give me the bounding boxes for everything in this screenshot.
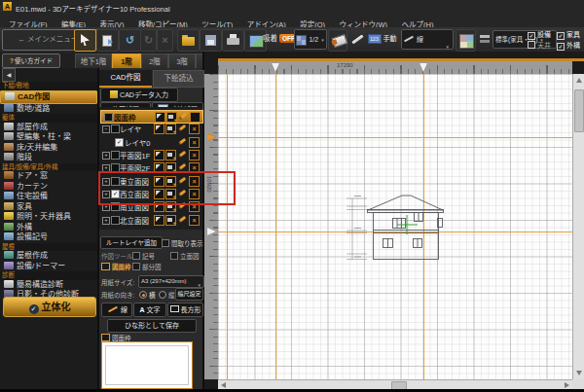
- tree-expander-icon[interactable]: −: [102, 125, 110, 133]
- undo-button[interactable]: ↺: [119, 29, 141, 52]
- layer-delete-icon[interactable]: [190, 112, 201, 123]
- tree-expander-icon[interactable]: +: [102, 152, 110, 160]
- layer-checkbox[interactable]: [111, 125, 120, 133]
- layer-select-icon[interactable]: [154, 215, 164, 226]
- layer-row-frame[interactable]: 図面枠 +: [100, 110, 203, 124]
- layer-select-icon[interactable]: [154, 150, 164, 160]
- panel-tab-underlay-import[interactable]: 下絵読込: [153, 70, 204, 88]
- scroll-down-icon[interactable]: [576, 371, 582, 375]
- layer-delete-icon[interactable]: ×: [189, 137, 200, 148]
- sidebar-item-equipment-symbol[interactable]: 設備記号: [0, 232, 97, 243]
- sidebar-item-exterior[interactable]: 外構: [0, 223, 97, 233]
- layer-copy-icon[interactable]: +: [166, 112, 177, 123]
- ruler-guide-marker[interactable]: [207, 133, 216, 141]
- vertical-ruler[interactable]: 10920: [204, 74, 219, 379]
- layer-checkbox[interactable]: ✓: [115, 138, 124, 147]
- draw-tool-option-elevation[interactable]: 立面図: [170, 251, 200, 261]
- ruler-guide-marker[interactable]: [272, 63, 279, 72]
- sidebar-item-housing-equipment[interactable]: 住宅設備: [0, 192, 97, 202]
- solidify-3d-button[interactable]: ✓立体化: [3, 297, 96, 317]
- eraser-button[interactable]: [328, 29, 347, 52]
- layer-edit-icon[interactable]: [177, 215, 186, 224]
- snap-toggle[interactable]: 吸着OFF: [263, 32, 298, 43]
- layer-row-layer0[interactable]: ✓ レイヤ0 ×: [100, 136, 201, 148]
- layer-edit-icon[interactable]: [177, 124, 186, 132]
- layer-row-plan-1f[interactable]: + 平面図1F + ×: [100, 149, 201, 160]
- floor-tab-3f[interactable]: 3階: [168, 53, 196, 69]
- view-checkbox-ceiling[interactable]: 天井: [528, 40, 551, 50]
- draw-tool-option-partial[interactable]: 部分図: [132, 262, 162, 271]
- view-checkbox-equipment[interactable]: ✓設備: [528, 29, 551, 40]
- line-style-dropdown[interactable]: 線▼: [401, 29, 454, 50]
- sidebar-collapse-button[interactable]: ◀: [2, 68, 16, 82]
- sidebar-item-furniture[interactable]: 家具: [0, 202, 97, 213]
- sidebar-item-door-window[interactable]: ドア・窓: [0, 171, 97, 182]
- layer-copy-icon[interactable]: +: [165, 150, 176, 160]
- sidebar-item-dormer[interactable]: 設備/ドーマー: [0, 262, 97, 272]
- redo-button[interactable]: ↻: [140, 29, 157, 52]
- cad-data-input-button[interactable]: CADデータ入力: [100, 88, 178, 102]
- layer-select-icon[interactable]: [155, 112, 165, 123]
- scroll-up-icon[interactable]: [576, 78, 582, 83]
- add-root-layer-button[interactable]: ルートレイヤ追加: [100, 236, 163, 249]
- scale-settings-button[interactable]: 縮尺設定: [175, 288, 203, 301]
- floor-tab-1f[interactable]: 1階: [112, 53, 141, 69]
- layer-checkbox[interactable]: [111, 151, 120, 160]
- layer-row-layer[interactable]: − レイヤ + ×: [100, 123, 201, 134]
- transform-tool-button[interactable]: [96, 29, 119, 52]
- orientation-portrait-radio[interactable]: 縦: [159, 290, 175, 300]
- select-tool-button[interactable]: [74, 29, 96, 52]
- floor-tab-2f[interactable]: 2階: [141, 53, 168, 69]
- ruler-guide-marker[interactable]: [420, 63, 427, 72]
- layer-select-icon[interactable]: [154, 124, 164, 134]
- panel-tab-cad-draw[interactable]: CAD作図: [99, 70, 152, 88]
- help-guide-button[interactable]: ?使い方ガイド: [2, 53, 60, 68]
- sidebar-item-roof-create[interactable]: 屋根作成: [0, 251, 97, 262]
- delete-button[interactable]: ×: [157, 29, 173, 52]
- view-checkbox-exterior[interactable]: ✓外構: [557, 40, 580, 51]
- save-template-button[interactable]: ひな形として保存: [107, 319, 197, 333]
- layer-row-north-elevation[interactable]: + 北立面図 + ×: [100, 214, 201, 226]
- madori-checkbox[interactable]: 間取り表示: [162, 238, 203, 248]
- sidebar-item-structure-diagnosis[interactable]: 簡易構造診断: [0, 280, 97, 291]
- layer-checkbox[interactable]: [111, 216, 120, 225]
- sidebar-item-floor-ceiling[interactable]: 床/天井編集: [0, 143, 97, 154]
- sidebar-item-stairs[interactable]: 階段: [0, 153, 97, 163]
- layer-copy-icon[interactable]: +: [165, 124, 176, 134]
- drawing-canvas[interactable]: [218, 74, 572, 379]
- tree-expander-icon[interactable]: +: [102, 217, 110, 225]
- pen-button[interactable]: [347, 29, 364, 50]
- layer-checkbox[interactable]: [104, 113, 113, 122]
- orientation-landscape-radio[interactable]: 横: [139, 290, 156, 300]
- layer-stack-button[interactable]: [476, 29, 491, 50]
- floorplan-view-button[interactable]: [456, 29, 476, 52]
- scroll-left-icon[interactable]: [221, 382, 226, 388]
- rectangle-tool-button[interactable]: 長方形: [167, 303, 203, 317]
- sidebar-item-wall-pillar-beam[interactable]: 壁編集・柱・梁: [0, 132, 97, 143]
- sidebar-item-curtain[interactable]: カーテン: [0, 182, 97, 193]
- vertical-scrollbar[interactable]: [572, 74, 584, 379]
- floor-tab-basement[interactable]: 地下1階: [75, 53, 112, 69]
- layer-delete-icon[interactable]: ×: [189, 150, 200, 160]
- layer-copy-icon[interactable]: +: [165, 215, 176, 226]
- view-checkbox-furniture[interactable]: ✓家具: [557, 29, 580, 40]
- layer-edit-icon[interactable]: [177, 162, 186, 171]
- layer-edit-icon[interactable]: [178, 112, 187, 121]
- layer-edit-icon[interactable]: [177, 137, 186, 146]
- sidebar-item-room-create[interactable]: 部屋作成: [0, 123, 97, 133]
- layer-delete-icon[interactable]: ×: [189, 124, 200, 134]
- grid-scale-dropdown[interactable]: 1/2▼: [294, 29, 327, 50]
- layer-edit-icon[interactable]: [177, 150, 186, 159]
- open-file-button[interactable]: [177, 29, 200, 52]
- sidebar-item-site-road[interactable]: 敷地/道路: [0, 104, 97, 115]
- paper-size-dropdown[interactable]: A3 (297×420mm)▼: [138, 275, 204, 288]
- print-button[interactable]: [222, 29, 244, 52]
- sidebar-item-cad-draw[interactable]: CAD作図: [0, 90, 97, 104]
- layer-delete-icon[interactable]: ×: [189, 215, 200, 226]
- draw-tool-option-symbol[interactable]: 記号: [132, 251, 155, 261]
- line-tool-button[interactable]: 線: [101, 303, 132, 317]
- save-button[interactable]: [200, 29, 222, 52]
- draw-tool-option-frame[interactable]: 図面枠: [101, 262, 131, 271]
- measure-mode-dropdown[interactable]: 123手動▼: [366, 29, 398, 48]
- sidebar-item-lighting[interactable]: 照明・天井器具: [0, 212, 97, 223]
